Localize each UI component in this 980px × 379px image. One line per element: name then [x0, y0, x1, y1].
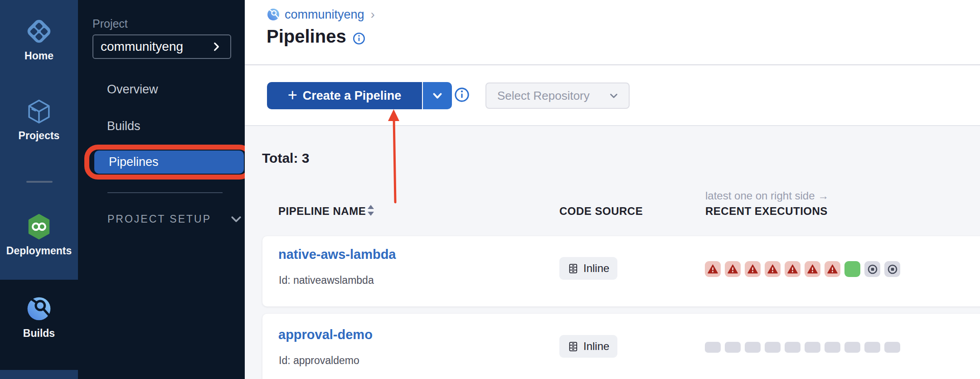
create-pipeline-dropdown-button[interactable] — [423, 82, 452, 109]
execution-status-empty — [864, 342, 880, 353]
breadcrumb-chevron: › — [371, 7, 375, 22]
toolbar-info-icon[interactable] — [454, 87, 470, 102]
execution-status-failed[interactable] — [785, 261, 800, 277]
recent-executions-row — [705, 261, 900, 277]
rail-item-projects[interactable]: Projects — [0, 98, 78, 142]
recent-executions-row — [705, 342, 900, 353]
execution-status-aborted[interactable] — [884, 261, 900, 277]
project-selector-value: communityeng — [101, 39, 183, 54]
project-section-label: Project — [92, 17, 128, 30]
warning-triangle-icon — [708, 264, 718, 274]
pipeline-row-native-aws-lambda[interactable]: native-aws-lambda Id: nativeawslambda In… — [262, 236, 980, 306]
execution-status-failed[interactable] — [725, 261, 741, 277]
rail-label-projects: Projects — [0, 130, 78, 142]
column-header-recent-executions: RECENT EXECUTIONS — [705, 205, 828, 218]
executions-hint: latest one on right side → — [705, 190, 829, 202]
execution-status-empty — [825, 342, 840, 353]
project-selector[interactable]: communityeng — [92, 34, 231, 59]
sort-icon[interactable] — [366, 204, 375, 217]
warning-triangle-icon — [787, 264, 798, 274]
nav-item-pipelines-label: Pipelines — [109, 155, 159, 169]
create-pipeline-button-group: + Create a Pipeline — [267, 82, 452, 109]
code-source-badge: Inline — [559, 257, 617, 280]
code-source-label: Inline — [583, 262, 609, 275]
execution-status-failed[interactable] — [765, 261, 781, 277]
execution-status-empty — [785, 342, 800, 353]
code-source-badge: Inline — [559, 335, 617, 358]
pipeline-id: Id: nativeawslambda — [279, 274, 374, 287]
warning-triangle-icon — [807, 264, 818, 274]
builds-icon — [25, 295, 53, 323]
pipeline-name-link[interactable]: native-aws-lambda — [278, 247, 396, 262]
warning-triangle-icon — [728, 264, 738, 274]
chevron-down-icon — [608, 90, 620, 102]
project-nav-panel: Project communityeng Overview Builds Pip… — [78, 0, 245, 379]
column-header-code-source: CODE SOURCE — [559, 205, 643, 218]
execution-status-failed[interactable] — [745, 261, 761, 277]
execution-status-empty — [765, 342, 781, 353]
chevron-right-icon — [210, 41, 222, 53]
warning-triangle-icon — [827, 264, 838, 274]
rail-divider — [26, 181, 53, 183]
execution-status-failed[interactable] — [805, 261, 820, 277]
execution-status-empty — [725, 342, 741, 353]
warning-triangle-icon — [747, 264, 758, 274]
module-rail: Home Projects Deployments — [0, 0, 78, 379]
rail-label-builds: Builds — [0, 327, 78, 340]
rail-label-deployments: Deployments — [0, 245, 78, 257]
rail-item-deployments[interactable]: Deployments — [0, 213, 78, 257]
pipeline-name-link[interactable]: approval-demo — [278, 327, 373, 342]
chevron-down-icon — [431, 89, 444, 102]
execution-status-success[interactable] — [844, 261, 860, 277]
repository-select-placeholder: Select Repository — [497, 89, 590, 103]
warning-triangle-icon — [767, 264, 778, 274]
create-pipeline-label: Create a Pipeline — [303, 89, 402, 103]
code-source-label: Inline — [583, 340, 609, 353]
rail-item-builds[interactable]: Builds — [0, 295, 78, 340]
breadcrumb-project-link[interactable]: communityeng — [285, 8, 364, 22]
rail-item-home[interactable]: Home — [0, 17, 78, 62]
execution-status-aborted[interactable] — [864, 261, 880, 277]
stop-circle-icon — [867, 263, 878, 275]
home-icon — [25, 17, 53, 45]
deployments-icon — [25, 213, 53, 240]
repository-select[interactable]: Select Repository — [485, 83, 630, 109]
page-title: Pipelines — [267, 26, 346, 47]
header-divider — [245, 64, 980, 65]
harness-pipelines-page: Home Projects Deployments — [0, 0, 980, 379]
builds-module-icon — [267, 8, 280, 21]
title-row: Pipelines — [267, 26, 365, 47]
pipeline-row-approval-demo[interactable]: approval-demo Id: approvaldemo Inline — [262, 314, 980, 379]
create-pipeline-button[interactable]: + Create a Pipeline — [267, 82, 422, 109]
breadcrumb: communityeng › — [267, 7, 375, 22]
project-setup-toggle[interactable]: PROJECT SETUP — [107, 212, 243, 226]
nav-item-pipelines[interactable]: Pipelines — [94, 151, 244, 174]
chevron-down-icon — [229, 212, 243, 226]
execution-status-empty — [705, 342, 721, 353]
projects-icon — [25, 98, 53, 125]
project-setup-label: PROJECT SETUP — [107, 213, 211, 225]
panel-divider — [107, 192, 223, 193]
pipeline-id: Id: approvaldemo — [279, 355, 359, 367]
execution-status-empty — [805, 342, 820, 353]
execution-status-empty — [745, 342, 761, 353]
execution-status-failed[interactable] — [825, 261, 840, 277]
column-header-pipeline-name[interactable]: PIPELINE NAME — [278, 205, 366, 218]
execution-status-empty — [884, 342, 900, 353]
title-info-icon[interactable] — [353, 32, 365, 45]
nav-item-overview[interactable]: Overview — [107, 83, 158, 97]
main-content: communityeng › Pipelines + Create a Pipe… — [245, 0, 980, 379]
nav-item-builds[interactable]: Builds — [107, 119, 141, 133]
total-count: Total: 3 — [262, 151, 309, 166]
inline-store-icon — [568, 263, 579, 274]
rail-label-home: Home — [0, 50, 78, 62]
pipelines-list-section: Total: 3 latest one on right side → PIPE… — [245, 126, 980, 379]
stop-circle-icon — [887, 263, 898, 275]
inline-store-icon — [568, 341, 579, 352]
execution-status-failed[interactable] — [705, 261, 721, 277]
execution-status-empty — [844, 342, 860, 353]
